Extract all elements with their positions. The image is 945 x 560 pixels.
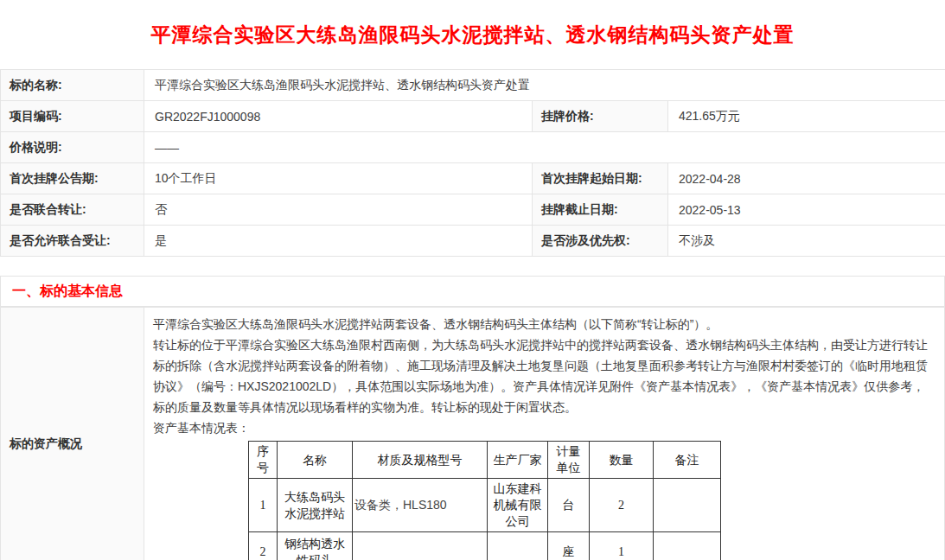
- field-label-project-code: 项目编码:: [1, 101, 144, 132]
- field-label-end-date: 挂牌截止日期:: [533, 194, 668, 226]
- field-value-subject-name: 平潭综合实验区大练岛渔限码头水泥搅拌站、透水钢结构码头资产处置: [144, 70, 945, 101]
- asset-overview-table: 标的资产概况 平潭综合实验区大练岛渔限码头水泥搅拌站两套设备、透水钢结构码头主体…: [0, 307, 945, 560]
- field-label-joint-transfer: 是否联合转让:: [1, 194, 144, 226]
- field-label-asset-overview: 标的资产概况: [1, 308, 144, 560]
- overview-paragraph: 转让标的位于平潭综合实验区大练岛渔限村西南侧，为大练岛码头水泥搅拌站中的搅拌站两…: [153, 334, 934, 417]
- table-row: 价格说明: ——: [1, 132, 945, 163]
- page-title: 平潭综合实验区大练岛渔限码头水泥搅拌站、透水钢结构码头资产处置: [0, 0, 945, 69]
- column-header-seq: 序号: [249, 442, 278, 479]
- field-label-notice-period: 首次挂牌公告期:: [1, 163, 144, 194]
- asset-table-row: 2 钢结构透水性码头 座 1: [249, 532, 721, 560]
- cell-seq: 2: [249, 532, 278, 560]
- field-label-listing-price: 挂牌价格:: [533, 101, 668, 132]
- overview-paragraph: 资产基本情况表：: [153, 417, 934, 438]
- asset-overview-content: 平潭综合实验区大练岛渔限码头水泥搅拌站两套设备、透水钢结构码头主体结构（以下简称…: [144, 308, 945, 560]
- table-row: 首次挂牌公告期: 10个工作日 首次挂牌起始日期: 2022-04-28: [1, 163, 945, 194]
- info-table: 标的名称: 平潭综合实验区大练岛渔限码头水泥搅拌站、透水钢结构码头资产处置 项目…: [0, 69, 945, 257]
- cell-unit: 台: [548, 479, 590, 532]
- cell-quantity: 2: [590, 479, 654, 532]
- table-row: 是否联合转让: 否 挂牌截止日期: 2022-05-13: [1, 194, 945, 226]
- overview-paragraph: 平潭综合实验区大练岛渔限码头水泥搅拌站两套设备、透水钢结构码头主体结构（以下简称…: [153, 314, 934, 334]
- section-heading-basic-info: 一、标的基本信息: [0, 276, 945, 307]
- field-value-start-date: 2022-04-28: [668, 163, 945, 194]
- field-value-priority-right: 不涉及: [668, 226, 945, 257]
- column-header-quantity: 数量: [590, 442, 654, 479]
- asset-detail-table: 序号 名称 材质及规格型号 生产厂家 计量单位 数量 备注 1 大练岛码头水泥搅…: [248, 441, 721, 560]
- field-value-listing-price: 421.65万元: [668, 101, 945, 132]
- field-value-end-date: 2022-05-13: [668, 194, 945, 226]
- column-header-manufacturer: 生产厂家: [488, 442, 548, 479]
- cell-remark: [654, 479, 721, 532]
- page: 平潭综合实验区大练岛渔限码头水泥搅拌站、透水钢结构码头资产处置 标的名称: 平潭…: [0, 0, 945, 560]
- cell-manufacturer: 山东建科机械有限公司: [488, 479, 548, 532]
- cell-quantity: 1: [590, 532, 654, 560]
- field-value-project-code: GR2022FJ1000098: [144, 101, 533, 132]
- column-header-spec: 材质及规格型号: [353, 442, 488, 479]
- field-label-subject-name: 标的名称:: [1, 70, 144, 101]
- asset-table-row: 1 大练岛码头水泥搅拌站 设备类，HLS180 山东建科机械有限公司 台 2: [249, 479, 721, 532]
- section-heading-text: 一、标的基本信息: [12, 283, 123, 298]
- field-value-joint-acquire: 是: [144, 226, 533, 257]
- column-header-unit: 计量单位: [548, 442, 590, 479]
- field-value-price-note: ——: [144, 132, 945, 163]
- field-label-start-date: 首次挂牌起始日期:: [533, 163, 668, 194]
- cell-spec: 设备类，HLS180: [353, 479, 488, 532]
- cell-manufacturer: [488, 532, 548, 560]
- table-row: 标的资产概况 平潭综合实验区大练岛渔限码头水泥搅拌站两套设备、透水钢结构码头主体…: [1, 308, 945, 560]
- asset-table-header-row: 序号 名称 材质及规格型号 生产厂家 计量单位 数量 备注: [249, 442, 721, 479]
- field-label-joint-acquire: 是否允许联合受让:: [1, 226, 144, 257]
- cell-seq: 1: [249, 479, 278, 532]
- cell-spec: [353, 532, 488, 560]
- field-label-price-note: 价格说明:: [1, 132, 144, 163]
- table-row: 是否允许联合受让: 是 是否涉及优先权: 不涉及: [1, 226, 945, 257]
- table-row: 项目编码: GR2022FJ1000098 挂牌价格: 421.65万元: [1, 101, 945, 132]
- cell-remark: [654, 532, 721, 560]
- field-value-joint-transfer: 否: [144, 194, 533, 226]
- cell-name: 大练岛码头水泥搅拌站: [278, 479, 353, 532]
- table-row: 标的名称: 平潭综合实验区大练岛渔限码头水泥搅拌站、透水钢结构码头资产处置: [1, 70, 945, 101]
- cell-unit: 座: [548, 532, 590, 560]
- column-header-name: 名称: [278, 442, 353, 479]
- field-value-notice-period: 10个工作日: [144, 163, 533, 194]
- cell-name: 钢结构透水性码头: [278, 532, 353, 560]
- field-label-priority-right: 是否涉及优先权:: [533, 226, 668, 257]
- column-header-remark: 备注: [654, 442, 721, 479]
